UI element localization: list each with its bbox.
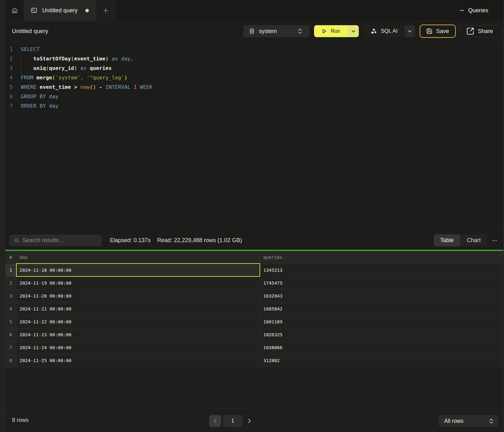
- line-number: 7: [5, 101, 13, 111]
- code-token: as: [112, 56, 118, 62]
- queries-cell[interactable]: 312882: [260, 354, 502, 367]
- read-stat: Read: 22,229,488 rows (1.02 GB): [157, 237, 242, 244]
- view-tab-chart[interactable]: Chart: [460, 234, 487, 247]
- code-token: WEEK: [140, 84, 152, 90]
- code-token: -: [99, 84, 102, 90]
- queries-cell[interactable]: 1685842: [260, 303, 502, 315]
- day-cell[interactable]: 2024-11-24 00:00:00: [16, 341, 260, 354]
- code-token: [96, 84, 99, 90]
- col-header-queries[interactable]: queries: [260, 251, 502, 264]
- home-icon: [11, 7, 18, 14]
- home-button[interactable]: [5, 0, 24, 21]
- results-toolbar: Elapsed: 0.137s Read: 22,229,488 rows (1…: [5, 231, 504, 250]
- code-line[interactable]: 6GROUP BY day: [5, 92, 504, 101]
- code-token: GROUP BY: [21, 94, 46, 99]
- code-token: merge: [37, 75, 52, 81]
- page-size-selector[interactable]: All rows: [439, 415, 498, 427]
- tab-untitled-query[interactable]: Untitled query: [24, 0, 96, 21]
- day-cell[interactable]: 2024-11-25 00:00:00: [16, 354, 260, 367]
- queries-cell[interactable]: 1026325: [260, 328, 502, 341]
- plus-icon: [103, 8, 108, 13]
- line-number: 4: [5, 73, 13, 82]
- col-header-index: #: [5, 251, 16, 264]
- queries-cell[interactable]: 1601189: [260, 315, 502, 328]
- line-number: 2: [5, 54, 13, 64]
- queries-link[interactable]: Queries: [468, 7, 488, 14]
- sql-editor[interactable]: 1SELECT2 toStartOfDay(event_time) as day…: [5, 42, 504, 231]
- col-header-day[interactable]: day: [16, 251, 260, 264]
- code-text: FROM merge('system', '^query_log'): [21, 73, 127, 82]
- code-line[interactable]: 5WHERE event_time > now() - INTERVAL 1 W…: [5, 82, 504, 92]
- chevron-right-icon: [248, 419, 251, 423]
- share-button[interactable]: Share: [460, 25, 502, 37]
- tab-label: Untitled query: [42, 7, 77, 14]
- run-button[interactable]: Run: [314, 25, 348, 37]
- page-size-value: All rows: [444, 418, 489, 424]
- code-token: ,: [80, 75, 83, 81]
- day-cell[interactable]: 2024-11-22 00:00:00: [16, 315, 260, 328]
- database-icon: [249, 28, 254, 34]
- code-token: [37, 84, 40, 90]
- sql-ai-button[interactable]: SQL AI: [364, 25, 404, 37]
- code-token: (: [46, 65, 49, 71]
- code-line[interactable]: 4FROM merge('system', '^query_log'): [5, 73, 504, 82]
- query-title: Untitled query: [12, 28, 48, 35]
- code-line[interactable]: 3 uniq(query_id) as queries: [5, 64, 504, 73]
- line-number: 1: [5, 45, 13, 54]
- code-token: [46, 94, 49, 99]
- line-number: 6: [5, 92, 13, 101]
- code-token: day: [121, 56, 131, 62]
- view-tab-table[interactable]: Table: [434, 234, 460, 247]
- search-results-box[interactable]: [9, 235, 102, 246]
- queries-cell[interactable]: 1038066: [260, 341, 502, 354]
- tabbar-overflow-button[interactable]: [460, 10, 464, 11]
- code-token: '^query_log': [87, 75, 124, 81]
- day-cell[interactable]: 2024-11-21 00:00:00: [16, 303, 260, 315]
- search-icon: [14, 238, 19, 243]
- table-body: 12024-11-18 00:00:00134521322024-11-19 0…: [5, 264, 504, 367]
- code-text: uniq(query_id) as queries: [21, 64, 112, 73]
- tab-bar: Untitled query Queries: [5, 0, 504, 21]
- queries-cell[interactable]: 1632043: [260, 290, 502, 302]
- row-count: 8 rows: [12, 417, 29, 423]
- current-page[interactable]: 1: [223, 415, 243, 427]
- code-token: [21, 65, 33, 71]
- prev-page-button[interactable]: [209, 415, 221, 427]
- run-options-button[interactable]: [348, 25, 359, 37]
- code-line[interactable]: 2 toStartOfDay(event_time) as day,: [5, 54, 504, 64]
- day-cell[interactable]: 2024-11-23 00:00:00: [16, 328, 260, 341]
- code-token: FROM: [21, 75, 33, 81]
- sql-ai-options-button[interactable]: [404, 25, 415, 37]
- day-cell[interactable]: 2024-11-19 00:00:00: [16, 277, 260, 289]
- row-index-cell: 1: [5, 264, 16, 276]
- selected-cell-outline: [16, 263, 260, 277]
- code-token: 'system': [55, 75, 80, 81]
- code-line[interactable]: 1SELECT: [5, 45, 504, 54]
- day-cell[interactable]: 2024-11-20 00:00:00: [16, 290, 260, 302]
- table-row: 22024-11-19 00:00:001745475: [5, 277, 504, 290]
- results-footer: 8 rows 1 All rows: [5, 408, 504, 432]
- new-tab-button[interactable]: [96, 0, 116, 21]
- code-token: uniq: [33, 65, 46, 71]
- updown-chevrons-icon: [297, 28, 302, 34]
- share-icon: [466, 27, 474, 35]
- table-row: 72024-11-24 00:00:001038066: [5, 341, 504, 354]
- queries-cell[interactable]: 1345213: [260, 264, 502, 276]
- code-token: as: [80, 65, 87, 71]
- code-token: event_time: [40, 84, 71, 90]
- row-index-cell: 8: [5, 354, 16, 367]
- search-results-input[interactable]: [22, 237, 98, 244]
- tabbar-spacer: [116, 0, 460, 21]
- code-line[interactable]: 7ORDER BY day: [5, 101, 504, 111]
- database-selector[interactable]: system: [243, 25, 309, 37]
- next-page-button[interactable]: [243, 419, 256, 423]
- results-menu-button[interactable]: [492, 240, 497, 241]
- collapsed-sidebar-strip[interactable]: [0, 0, 5, 432]
- sparkles-icon: [371, 28, 377, 35]
- ellipsis-icon: [492, 240, 497, 241]
- save-button[interactable]: Save: [420, 25, 456, 38]
- queries-cell[interactable]: 1745475: [260, 277, 502, 289]
- chevron-left-icon: [214, 419, 216, 423]
- code-token: [137, 84, 140, 90]
- table-row: 62024-11-23 00:00:001026325: [5, 328, 504, 341]
